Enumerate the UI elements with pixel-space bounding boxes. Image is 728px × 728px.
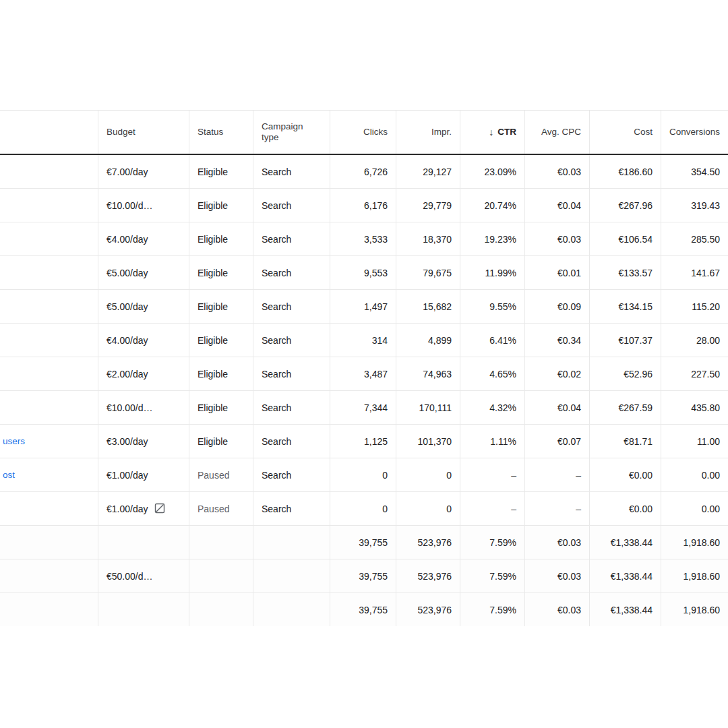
cell-cost: €267.96: [590, 189, 661, 222]
status-value: Eligible: [198, 234, 228, 245]
impr-value: 101,370: [417, 436, 452, 447]
cell-cpc: €0.01: [525, 256, 590, 289]
cell-ctr: 7.59%: [460, 559, 525, 593]
cell-impr: 29,127: [396, 155, 460, 188]
cell-budget: €4.00/day: [98, 324, 189, 357]
type-value: Search: [262, 402, 291, 413]
cell-cpc: €0.04: [525, 391, 590, 424]
cell-ctr: 11.99%: [460, 256, 525, 289]
type-value: Search: [262, 504, 291, 514]
budget-value[interactable]: €4.00/day: [107, 335, 148, 346]
cell-cost: €1,338.44: [590, 559, 661, 593]
budget-value[interactable]: €2.00/day: [107, 369, 148, 380]
column-header-ctr-label: CTR: [497, 127, 516, 138]
column-header-cost[interactable]: Cost: [590, 111, 661, 154]
cell-status: Eligible: [189, 324, 253, 357]
cost-value: €267.59: [618, 402, 653, 413]
type-value: Search: [262, 200, 291, 211]
cpc-value: €0.02: [557, 369, 581, 380]
column-header-budget[interactable]: Budget: [98, 111, 189, 154]
ctr-value: –: [511, 470, 516, 481]
column-header-avg-cpc[interactable]: Avg. CPC: [525, 111, 590, 154]
column-header-impressions[interactable]: Impr.: [396, 111, 460, 154]
cell-budget: €1.00/day: [98, 492, 189, 525]
campaign-name-link[interactable]: ost: [3, 470, 15, 480]
cell-type: Search: [253, 357, 330, 390]
cpc-value: €0.09: [557, 301, 581, 312]
ctr-value: –: [511, 504, 516, 514]
cell-name: [0, 290, 98, 323]
column-header-campaign-type[interactable]: Campaign type: [253, 111, 330, 154]
cell-impr: 4,899: [396, 324, 460, 357]
impr-value: 79,675: [423, 268, 452, 278]
cell-status: Eligible: [189, 189, 253, 222]
total-row: 39,755523,9767.59%€0.03€1,338.441,918.60: [0, 526, 728, 559]
impr-value: 15,682: [423, 301, 452, 312]
cell-status: Eligible: [189, 222, 253, 255]
clicks-value: 1,497: [364, 301, 388, 312]
cell-impr: 523,976: [396, 593, 460, 626]
column-header-conversions[interactable]: Conversions: [661, 111, 728, 154]
cell-impr: 15,682: [396, 290, 460, 323]
cell-type: Search: [253, 256, 330, 289]
budget-value[interactable]: €5.00/day: [107, 301, 148, 312]
budget-value[interactable]: €7.00/day: [107, 166, 148, 177]
budget-value[interactable]: €1.00/day: [107, 470, 148, 481]
campaign-row: €7.00/dayEligibleSearch6,72629,12723.09%…: [0, 155, 728, 189]
status-value: Eligible: [198, 268, 228, 278]
ctr-value: 4.65%: [489, 369, 516, 380]
cell-conv: 28.00: [661, 324, 728, 357]
cell-cost: €134.15: [590, 290, 661, 323]
cpc-value: €0.03: [557, 234, 581, 245]
cell-cpc: –: [525, 458, 590, 491]
budget-value[interactable]: €10.00/d…: [107, 200, 153, 211]
cell-clicks: 6,176: [330, 189, 396, 222]
crossed-square-icon: [154, 503, 166, 514]
impr-value: 523,976: [417, 537, 452, 548]
status-value: Eligible: [198, 436, 228, 447]
status-value: Eligible: [198, 335, 228, 346]
cell-cpc: –: [525, 492, 590, 525]
cell-clicks: 314: [330, 324, 396, 357]
column-header-clicks[interactable]: Clicks: [330, 111, 396, 154]
ctr-value: 7.59%: [489, 605, 516, 615]
budget-value[interactable]: €4.00/day: [107, 234, 148, 245]
cell-impr: 523,976: [396, 526, 460, 559]
clicks-value: 7,344: [364, 402, 388, 413]
cell-status: Eligible: [189, 256, 253, 289]
cost-value: €186.60: [618, 166, 653, 177]
impr-value: 18,370: [423, 234, 452, 245]
budget-value[interactable]: €3.00/day: [107, 436, 148, 447]
conv-value: 1,918.60: [684, 571, 721, 582]
column-header-status[interactable]: Status: [189, 111, 253, 154]
budget-value[interactable]: €5.00/day: [107, 268, 148, 278]
cell-type: Search: [253, 458, 330, 491]
impr-value: 29,779: [423, 200, 452, 211]
impr-value: 170,111: [419, 402, 452, 413]
cell-conv: 1,918.60: [661, 559, 728, 593]
budget-value[interactable]: €1.00/day: [107, 504, 148, 514]
column-header-ctr[interactable]: ↓ CTR: [460, 111, 525, 154]
table-header-row: Budget Status Campaign type Clicks Impr.…: [0, 111, 728, 155]
type-value: Search: [262, 436, 291, 447]
clicks-value: 3,487: [364, 369, 388, 380]
cell-name: [0, 492, 98, 525]
status-value: Paused: [198, 504, 229, 514]
cell-name: [0, 593, 98, 626]
conv-value: 1,918.60: [684, 537, 721, 548]
cell-budget: €5.00/day: [98, 256, 189, 289]
cell-cpc: €0.03: [525, 559, 590, 593]
cell-conv: 1,918.60: [661, 593, 728, 626]
cpc-value: –: [576, 470, 581, 481]
cpc-value: €0.07: [557, 436, 581, 447]
budget-value[interactable]: €10.00/d…: [107, 402, 153, 413]
cell-impr: 18,370: [396, 222, 460, 255]
cell-impr: 74,963: [396, 357, 460, 390]
type-value: Search: [262, 369, 291, 380]
cell-clicks: 3,487: [330, 357, 396, 390]
campaign-name-link[interactable]: users: [3, 436, 25, 446]
total-row: 39,755523,9767.59%€0.03€1,338.441,918.60: [0, 593, 728, 626]
cell-ctr: –: [460, 492, 525, 525]
campaign-row: ost€1.00/dayPausedSearch00––€0.000.00: [0, 458, 728, 492]
cell-ctr: 7.59%: [460, 526, 525, 559]
